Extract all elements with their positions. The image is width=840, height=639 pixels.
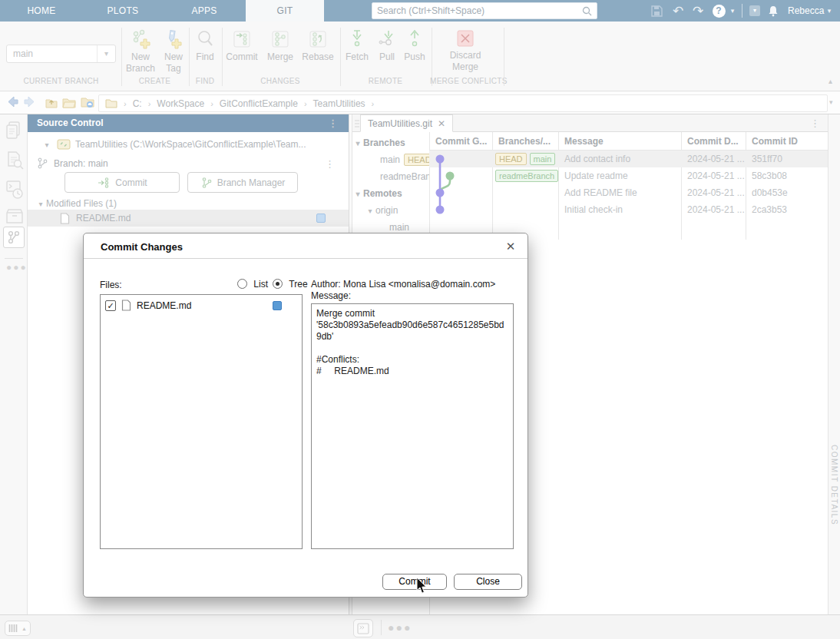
- collapse-caret-icon[interactable]: ▾: [35, 200, 46, 208]
- commit-message-cell[interactable]: Add contact info: [558, 151, 681, 167]
- commit-panel-button[interactable]: Commit: [64, 172, 180, 193]
- tab-teamutilities-git[interactable]: TeamUtilities.git ✕: [360, 114, 453, 132]
- repo-tree-item[interactable]: ▾ TeamUtilities (C:\WorkSpace\GitConflic…: [28, 136, 349, 153]
- files-panel-icon[interactable]: [5, 121, 22, 141]
- commit-message-cell[interactable]: Initial check-in: [558, 201, 681, 218]
- dialog-commit-button[interactable]: Commit: [382, 574, 447, 590]
- fetch-button[interactable]: Fetch: [342, 29, 372, 63]
- find-files-panel-icon[interactable]: [5, 151, 24, 171]
- open-folder-icon[interactable]: [61, 95, 77, 109]
- commit-message-cell[interactable]: Update readme: [558, 167, 681, 184]
- collapse-caret-icon[interactable]: ▾: [352, 190, 363, 198]
- commit-message-cell[interactable]: Add README file: [558, 184, 681, 201]
- remotes-group[interactable]: ▾ Remotes: [352, 185, 429, 202]
- dialog-title-bar[interactable]: Commit Changes ✕: [84, 233, 527, 259]
- command-history-panel-icon[interactable]: [5, 179, 24, 200]
- redo-icon[interactable]: ↷: [690, 0, 706, 22]
- crumb-workspace[interactable]: WorkSpace: [157, 98, 204, 109]
- address-dropdown-icon[interactable]: ▾: [829, 98, 833, 106]
- modified-file-row[interactable]: README.md: [28, 210, 349, 227]
- branch-row[interactable]: Branch: main ⋮: [28, 155, 349, 172]
- rebase-button[interactable]: Rebase: [299, 29, 336, 63]
- breadcrumb[interactable]: › C: › WorkSpace › GitConflictExample › …: [98, 94, 828, 112]
- col-header-message[interactable]: Message: [558, 132, 681, 151]
- row-badges[interactable]: HEAD main: [492, 151, 558, 167]
- commit-id-cell[interactable]: 2ca3b53: [746, 201, 828, 218]
- help-icon[interactable]: ?: [711, 0, 726, 22]
- branch-manager-button[interactable]: Branch Manager: [187, 172, 298, 193]
- new-tag-button[interactable]: New Tag: [158, 29, 189, 74]
- radio-unselected-icon[interactable]: [237, 279, 247, 289]
- branch-menu-icon[interactable]: ⋮: [325, 158, 335, 170]
- sidebar-more-icon[interactable]: ●●●: [6, 262, 28, 273]
- collapse-caret-icon[interactable]: ▾: [365, 207, 375, 215]
- checkbox-checked-icon[interactable]: ✓: [105, 300, 116, 311]
- cloud-folder-icon[interactable]: [80, 95, 95, 109]
- source-control-panel-button[interactable]: [3, 227, 25, 248]
- dialog-close-button[interactable]: Close: [454, 574, 522, 590]
- user-menu[interactable]: Rebecca: [788, 0, 824, 22]
- discard-merge-button[interactable]: Discard Merge: [438, 29, 493, 73]
- pull-button[interactable]: Pull: [375, 29, 399, 63]
- branch-item-readmebranch[interactable]: readmeBranch: [380, 168, 429, 185]
- tab-apps[interactable]: APPS: [177, 0, 232, 22]
- merge-button[interactable]: Merge: [264, 29, 296, 63]
- commit-id-cell[interactable]: 58c3b08: [746, 167, 828, 184]
- user-dropdown-icon[interactable]: ▾: [823, 0, 835, 22]
- commit-details-strip[interactable]: COMMIT DETAILS: [828, 114, 840, 614]
- commit-button-ribbon[interactable]: Commit: [224, 29, 260, 63]
- new-branch-button[interactable]: New Branch: [123, 29, 158, 74]
- current-branch-combobox[interactable]: main ▾: [6, 45, 116, 63]
- panel-toggle-button[interactable]: ▲: [5, 621, 31, 636]
- forward-icon[interactable]: [23, 95, 36, 108]
- find-button[interactable]: Find: [191, 29, 219, 63]
- commit-id-cell[interactable]: d0b453e: [746, 184, 828, 201]
- notifications-bell-icon[interactable]: [765, 0, 782, 22]
- branches-group[interactable]: ▾ Branches: [352, 134, 429, 151]
- branch-item-main[interactable]: main HEAD: [380, 151, 429, 168]
- commit-date-cell[interactable]: 2024-05-21 ...: [681, 151, 746, 167]
- commit-id-cell[interactable]: 351ff70: [746, 151, 828, 167]
- files-listbox[interactable]: ✓ README.md: [100, 294, 303, 549]
- tab-home[interactable]: HOME: [14, 0, 69, 22]
- col-header-commit-date[interactable]: Commit D...: [681, 132, 746, 151]
- col-header-commit-id[interactable]: Commit ID: [746, 132, 828, 151]
- history-panel-menu-icon[interactable]: ⋮: [810, 118, 820, 129]
- crumb-gitconflictexample[interactable]: GitConflictExample: [220, 98, 298, 109]
- tab-git[interactable]: GIT: [246, 0, 324, 22]
- crumb-drive[interactable]: C:: [133, 98, 142, 109]
- remote-origin[interactable]: ▾ origin: [365, 202, 429, 219]
- commit-date-cell[interactable]: 2024-05-21 ...: [681, 201, 746, 218]
- tab-plots[interactable]: PLOTS: [95, 0, 150, 22]
- collapse-caret-icon[interactable]: ▾: [352, 139, 363, 147]
- statusbar-more-icon[interactable]: ●●●: [388, 621, 412, 634]
- collapse-ribbon-icon[interactable]: ▴: [828, 77, 832, 85]
- commit-date-cell[interactable]: 2024-05-21 ...: [681, 184, 746, 201]
- tree-radio[interactable]: Tree: [273, 279, 308, 290]
- back-icon[interactable]: [6, 95, 19, 108]
- commit-date-cell[interactable]: 2024-05-21 ...: [681, 167, 746, 184]
- radio-selected-icon[interactable]: [273, 279, 283, 289]
- combobox-dropdown-icon[interactable]: ▾: [97, 45, 115, 62]
- help-dropdown-icon[interactable]: ▾: [727, 0, 738, 22]
- commit-message-textarea[interactable]: Merge commit '58c3b0893a5efeadb90d6e587c…: [311, 303, 514, 549]
- command-window-button[interactable]: [353, 619, 373, 637]
- global-search[interactable]: [372, 2, 597, 19]
- dialog-file-row[interactable]: ✓ README.md: [105, 300, 299, 311]
- undo-icon[interactable]: ↶: [670, 0, 686, 22]
- panel-menu-icon[interactable]: ⋮: [328, 114, 338, 132]
- close-tab-icon[interactable]: ✕: [438, 118, 445, 129]
- search-input[interactable]: [377, 5, 582, 16]
- col-header-commit-graph[interactable]: Commit G...: [429, 132, 492, 151]
- push-button[interactable]: Push: [401, 29, 428, 63]
- list-radio[interactable]: List: [237, 279, 268, 290]
- save-icon[interactable]: [648, 0, 665, 22]
- dialog-close-icon[interactable]: ✕: [503, 239, 518, 254]
- crumb-teamutilities[interactable]: TeamUtilities: [313, 98, 365, 109]
- col-header-branches[interactable]: Branches/...: [492, 132, 558, 151]
- row-badges[interactable]: readmeBranch: [492, 167, 558, 184]
- mini-dropdown-icon[interactable]: ▾: [748, 0, 762, 22]
- workspace-panel-icon[interactable]: [5, 208, 24, 225]
- up-folder-icon[interactable]: [45, 95, 58, 109]
- collapse-caret-icon[interactable]: ▾: [41, 141, 52, 149]
